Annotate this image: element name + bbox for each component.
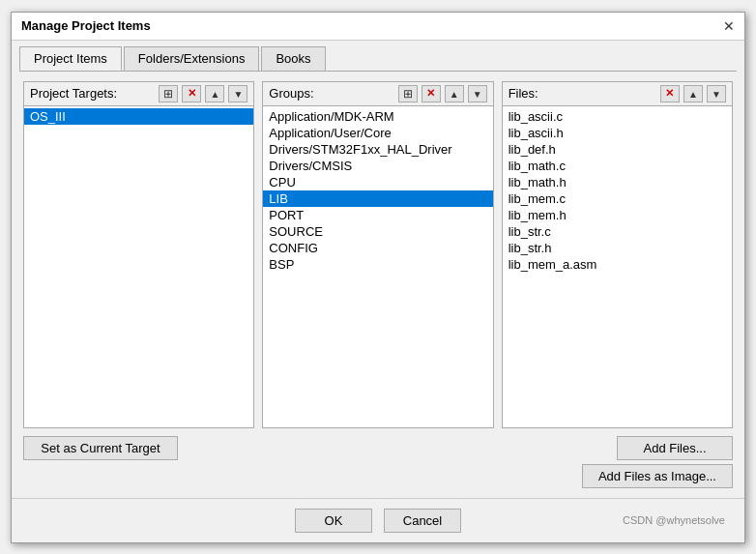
tab-folders-extensions[interactable]: Folders/Extensions: [124, 46, 260, 71]
list-item[interactable]: BSP: [263, 256, 492, 273]
footer-note: CSDN @whynetsolve: [623, 514, 725, 526]
bottom-row: Set as Current Target Add Files... Add F…: [23, 436, 733, 488]
targets-down-button[interactable]: [228, 85, 247, 102]
groups-add-button[interactable]: [398, 85, 418, 102]
ok-button[interactable]: OK: [295, 509, 372, 533]
arrow-up-icon: [210, 88, 219, 100]
groups-panel: Groups: Application/MDK-ARMApplication/U…: [262, 81, 493, 428]
cancel-button[interactable]: Cancel: [384, 509, 461, 533]
list-item[interactable]: PORT: [263, 207, 492, 223]
add-files-image-button[interactable]: Add Files as Image...: [582, 464, 733, 488]
files-panel-header: Files:: [503, 82, 732, 106]
list-item[interactable]: OS_III: [24, 108, 253, 125]
title-bar: Manage Project Items ✕: [12, 13, 744, 41]
close-button[interactable]: ✕: [723, 18, 735, 34]
x-mark-icon: [665, 87, 674, 100]
set-target-button[interactable]: Set as Current Target: [23, 436, 178, 460]
list-item[interactable]: CONFIG: [263, 240, 492, 256]
targets-delete-button[interactable]: [182, 85, 201, 102]
list-item[interactable]: Drivers/STM32F1xx_HAL_Driver: [263, 141, 492, 158]
targets-panel: Project Targets: OS_III: [23, 81, 254, 428]
targets-panel-header: Project Targets:: [24, 82, 253, 106]
bottom-right: Add Files... Add Files as Image...: [246, 436, 733, 488]
x-mark-icon: [426, 87, 435, 100]
arrow-up-icon: [450, 88, 459, 100]
tab-books[interactable]: Books: [261, 46, 325, 71]
groups-list: Application/MDK-ARMApplication/User/Core…: [263, 106, 492, 427]
files-list: lib_ascii.clib_ascii.hlib_def.hlib_math.…: [503, 106, 732, 427]
add-files-button[interactable]: Add Files...: [617, 436, 733, 460]
files-delete-button[interactable]: [660, 85, 680, 102]
list-item[interactable]: lib_math.c: [503, 158, 732, 174]
dialog: Manage Project Items ✕ Project Items Fol…: [11, 12, 745, 543]
arrow-down-icon: [233, 88, 243, 100]
files-down-button[interactable]: [707, 85, 726, 102]
list-item[interactable]: lib_mem.c: [503, 190, 732, 207]
arrow-down-icon: [473, 88, 482, 100]
tabs-container: Project Items Folders/Extensions Books: [12, 41, 744, 71]
list-item[interactable]: lib_def.h: [503, 141, 732, 158]
grid-icon: [163, 87, 173, 101]
list-item[interactable]: lib_str.c: [503, 223, 732, 240]
list-item[interactable]: LIB: [263, 190, 492, 207]
list-item[interactable]: lib_math.h: [503, 174, 732, 190]
list-item[interactable]: lib_ascii.c: [503, 108, 732, 125]
arrow-down-icon: [712, 88, 721, 100]
grid-icon: [403, 87, 413, 101]
targets-add-button[interactable]: [159, 85, 178, 102]
list-item[interactable]: lib_ascii.h: [503, 125, 732, 141]
list-item[interactable]: lib_str.h: [503, 240, 732, 256]
groups-delete-button[interactable]: [422, 85, 441, 102]
targets-panel-title: Project Targets:: [30, 86, 155, 101]
list-item[interactable]: lib_mem_a.asm: [503, 256, 732, 273]
targets-list: OS_III: [24, 106, 253, 427]
groups-down-button[interactable]: [468, 85, 487, 102]
dialog-title: Manage Project Items: [21, 18, 151, 33]
bottom-left: Set as Current Target: [23, 436, 246, 460]
list-item[interactable]: CPU: [263, 174, 492, 190]
files-up-button[interactable]: [683, 85, 703, 102]
list-item[interactable]: Application/MDK-ARM: [263, 108, 492, 125]
list-item[interactable]: Application/User/Core: [263, 125, 492, 141]
tab-content: Project Targets: OS_III Groups:: [12, 72, 744, 498]
list-item[interactable]: Drivers/CMSIS: [263, 158, 492, 174]
tab-project-items[interactable]: Project Items: [19, 46, 122, 71]
files-panel: Files: lib_ascii.clib_ascii.hlib_def.hli…: [502, 81, 733, 428]
panels-row: Project Targets: OS_III Groups:: [23, 81, 733, 428]
x-mark-icon: [188, 87, 196, 100]
targets-up-button[interactable]: [205, 85, 224, 102]
files-panel-title: Files:: [509, 86, 656, 101]
list-item[interactable]: lib_mem.h: [503, 207, 732, 223]
groups-panel-title: Groups:: [269, 86, 393, 101]
groups-panel-header: Groups:: [263, 82, 492, 106]
footer: OK Cancel CSDN @whynetsolve: [12, 498, 744, 542]
arrow-up-icon: [688, 88, 698, 100]
list-item[interactable]: SOURCE: [263, 223, 492, 240]
groups-up-button[interactable]: [445, 85, 464, 102]
